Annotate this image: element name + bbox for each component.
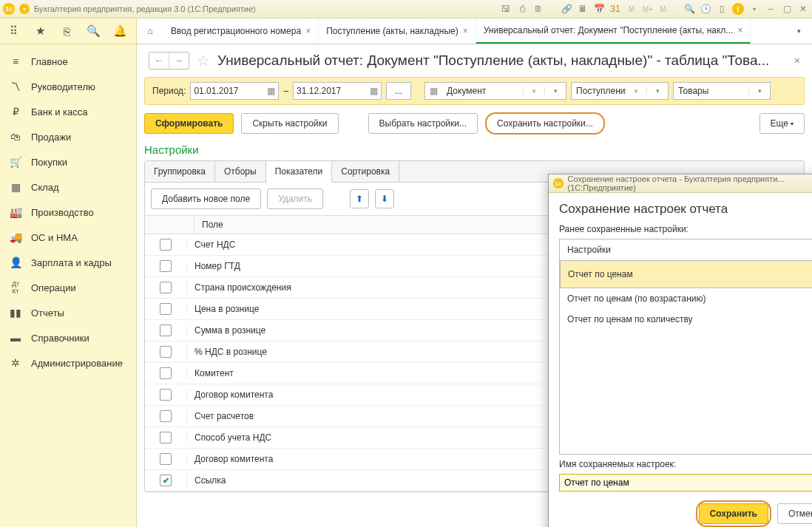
mplus-icon[interactable]: M+: [642, 3, 654, 15]
panel-icon[interactable]: ▯: [716, 3, 728, 15]
home-tab-icon[interactable]: ⌂: [137, 18, 163, 44]
nav-production[interactable]: 🏭Производство: [0, 200, 136, 225]
save-icon[interactable]: 🖫: [500, 3, 512, 15]
nav-salary[interactable]: 👤Зарплата и кадры: [0, 250, 136, 275]
nav-dictionaries[interactable]: ▬Справочники: [0, 325, 136, 350]
maximize-icon[interactable]: ▢: [781, 3, 793, 15]
nav-purchases[interactable]: 🛒Покупки: [0, 149, 136, 174]
calendar-icon[interactable]: 📅: [593, 3, 605, 15]
bell-icon[interactable]: 🔔: [106, 18, 133, 44]
tab-regnumber[interactable]: Ввод регистрационного номера×: [163, 18, 319, 44]
checkbox[interactable]: [160, 303, 172, 315]
chevron-down-icon[interactable]: ▾: [544, 87, 566, 95]
doc-select[interactable]: Поступление (акт×▾: [571, 82, 669, 100]
tab-universal-report[interactable]: Универсальный отчет: Документ "Поступлен…: [476, 18, 751, 44]
app-menu-dropdown[interactable]: ▾: [19, 4, 30, 14]
nav-warehouse[interactable]: ▦Склад: [0, 174, 136, 200]
table-select[interactable]: Товары▾: [673, 82, 771, 100]
nav-bank[interactable]: ₽Банк и касса: [0, 99, 136, 124]
move-down-button[interactable]: ⬇: [375, 189, 394, 208]
nav-manager[interactable]: 〽Руководителю: [0, 74, 136, 99]
back-button[interactable]: ←: [149, 52, 169, 69]
info-icon[interactable]: i: [732, 3, 744, 15]
checkbox[interactable]: [160, 410, 172, 422]
nav-assets[interactable]: 🚚ОС и НМА: [0, 225, 136, 250]
mminus-icon[interactable]: M-: [658, 3, 670, 15]
more-button[interactable]: Еще ▾: [759, 113, 805, 134]
tab-menu-icon[interactable]: ▾: [785, 18, 812, 44]
close-window-icon[interactable]: ✕: [797, 3, 809, 15]
checkbox[interactable]: [160, 260, 172, 272]
chevron-down-icon[interactable]: ▾: [646, 87, 668, 95]
period-bar: Период: 01.01.2017▦ – 31.12.2017▦ ... ▦Д…: [144, 77, 805, 105]
link-icon[interactable]: 🔗: [561, 3, 572, 15]
checkbox[interactable]: [160, 282, 172, 293]
date-icon[interactable]: 31: [609, 3, 621, 15]
close-tab-icon[interactable]: ×: [463, 26, 468, 36]
list-item[interactable]: Отчет по ценам (по возрастанию): [560, 288, 812, 309]
subtab-filters[interactable]: Отборы: [215, 161, 266, 182]
date-to-input[interactable]: 31.12.2017▦: [293, 82, 382, 100]
delete-field-button[interactable]: Удалить: [267, 188, 323, 209]
chevron-down-icon[interactable]: ▾: [748, 87, 770, 95]
list-item[interactable]: Отчет по ценам по количеству: [560, 309, 812, 330]
checkbox[interactable]: [160, 453, 172, 465]
saved-settings-list[interactable]: Настройки Отчет по ценам Отчет по ценам …: [559, 239, 812, 455]
apps-icon[interactable]: ⠿: [0, 18, 27, 44]
preview-icon[interactable]: 🗎: [532, 3, 544, 15]
list-item-selected[interactable]: Отчет по ценам: [560, 260, 812, 288]
checkbox[interactable]: [160, 389, 172, 401]
search-icon[interactable]: 🔍: [683, 3, 695, 15]
checkbox[interactable]: [160, 367, 172, 379]
dialog-save-button[interactable]: Сохранить: [699, 503, 768, 524]
date-from-input[interactable]: 01.01.2017▦: [190, 82, 279, 100]
add-field-button[interactable]: Добавить новое поле: [151, 188, 261, 209]
settings-name-input[interactable]: [559, 474, 812, 492]
favorite-icon[interactable]: ★: [27, 18, 53, 44]
choose-settings-button[interactable]: Выбрать настройки...: [368, 113, 478, 134]
move-up-button[interactable]: ⬆: [350, 189, 369, 208]
nav-admin[interactable]: ✲Администрирование: [0, 350, 136, 375]
type-select[interactable]: ▦Документ×▾: [424, 82, 566, 100]
close-page-icon[interactable]: ×: [794, 55, 800, 67]
calendar-icon[interactable]: ▦: [264, 86, 275, 96]
list-item[interactable]: Настройки: [560, 239, 812, 260]
checkbox[interactable]: [160, 239, 172, 251]
minimize-icon[interactable]: –: [765, 3, 777, 15]
app-title: Бухгалтерия предприятия, редакция 3.0 (1…: [34, 4, 256, 13]
clear-icon[interactable]: ×: [625, 87, 646, 95]
dtkt-icon: ДтКт: [9, 280, 22, 295]
nav-sales[interactable]: 🛍Продажи: [0, 124, 136, 149]
subtab-indicators[interactable]: Показатели: [266, 161, 333, 183]
save-settings-button[interactable]: Сохранить настройки...: [485, 112, 605, 135]
print-icon[interactable]: ⎙: [516, 3, 528, 15]
close-tab-icon[interactable]: ×: [305, 26, 311, 36]
gear-icon: ✲: [9, 357, 22, 369]
save-highlight: Сохранить: [696, 500, 771, 527]
checkbox[interactable]: [160, 324, 172, 336]
clipboard-icon[interactable]: ⎘: [53, 18, 80, 44]
nav-main[interactable]: ≡Главное: [0, 49, 136, 74]
forward-button[interactable]: →: [169, 52, 189, 69]
calc-icon[interactable]: 🖩: [577, 3, 589, 15]
form-button[interactable]: Сформировать: [144, 113, 234, 134]
history-icon[interactable]: 🕓: [700, 3, 711, 15]
nav-reports[interactable]: ▮▮Отчеты: [0, 300, 136, 325]
checkbox[interactable]: ✔: [160, 475, 172, 486]
nav-operations[interactable]: ДтКтОперации: [0, 275, 136, 300]
subtab-sorting[interactable]: Сортировка: [332, 161, 399, 182]
m-icon[interactable]: M: [626, 3, 637, 15]
subtab-grouping[interactable]: Группировка: [145, 161, 215, 182]
dialog-cancel-button[interactable]: Отмена: [777, 503, 812, 524]
checkbox[interactable]: [160, 346, 172, 358]
clear-icon[interactable]: ×: [523, 87, 544, 95]
calendar-icon[interactable]: ▦: [367, 86, 378, 96]
period-picker-button[interactable]: ...: [386, 82, 411, 100]
checkbox[interactable]: [160, 432, 172, 443]
close-tab-icon[interactable]: ×: [737, 25, 742, 35]
search-nav-icon[interactable]: 🔍: [80, 18, 106, 44]
tab-receipt[interactable]: Поступление (акты, накладные)×: [319, 18, 476, 44]
star-icon[interactable]: ☆: [197, 52, 210, 69]
hide-settings-button[interactable]: Скрыть настройки: [241, 113, 338, 134]
info-dd-icon[interactable]: ▾: [748, 3, 760, 15]
